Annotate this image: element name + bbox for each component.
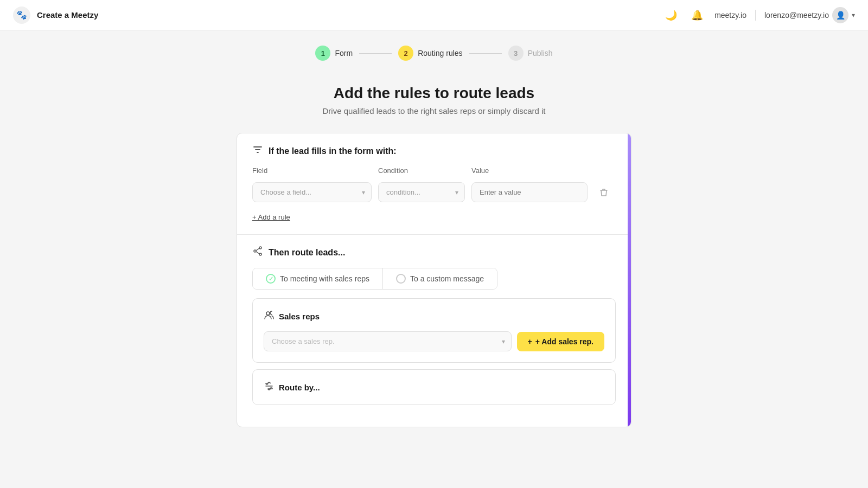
svg-point-2: [254, 250, 256, 252]
card-accent-bar: [628, 133, 631, 427]
radio-unchecked-icon: [396, 274, 406, 284]
filter-section-title: If the lead fills in the form with:: [269, 146, 397, 156]
step-2[interactable]: 2 Routing rules: [398, 46, 463, 61]
step-3-circle: 3: [508, 46, 524, 61]
route-option-message[interactable]: To a custom message: [383, 268, 497, 289]
sales-reps-header: Sales reps: [264, 310, 604, 323]
route-by-title: Route by...: [279, 383, 320, 392]
route-section-header: Then route leads...: [252, 246, 616, 259]
share-icon: [252, 246, 263, 259]
routing-card: If the lead fills in the form with: Fiel…: [237, 133, 631, 427]
header-separator: [755, 10, 756, 21]
svg-point-3: [266, 312, 270, 315]
route-options: To meeting with sales reps To a custom m…: [252, 268, 497, 290]
step-3-label: Publish: [528, 49, 553, 57]
delete-rule-button[interactable]: [594, 183, 614, 202]
value-input[interactable]: [471, 182, 588, 202]
route-by-header: Route by...: [264, 381, 604, 394]
sales-reps-icon: [264, 310, 275, 323]
condition-select-wrapper: condition...: [378, 182, 465, 202]
header-right: 🌙 🔔 meetzy.io lorenzo@meetzy.io 👤 ▾: [662, 7, 855, 24]
step-line-2: [469, 53, 502, 54]
sliders-icon: [264, 381, 275, 394]
filter-section: If the lead fills in the form with: Fiel…: [237, 133, 631, 235]
sales-reps-card: Sales reps Choose a sales rep. + + Add s…: [252, 298, 616, 363]
value-col-label: Value: [471, 166, 588, 175]
main-content: Add the rules to route leads Drive quali…: [228, 72, 640, 440]
user-email: lorenzo@meetzy.io: [764, 11, 829, 20]
stepper: 1 Form 2 Routing rules 3 Publish: [0, 30, 868, 72]
route-section: Then route leads... To meeting with sale…: [237, 235, 631, 427]
radio-checked-icon: [266, 274, 276, 284]
sales-rep-row: Choose a sales rep. + + Add sales rep.: [264, 331, 604, 351]
step-3[interactable]: 3 Publish: [508, 46, 553, 61]
add-sales-rep-label: + Add sales rep.: [535, 337, 593, 346]
condition-select[interactable]: condition...: [378, 182, 465, 202]
condition-col-label: Condition: [378, 166, 465, 175]
add-rule-button[interactable]: + Add a rule: [252, 211, 290, 223]
svg-point-0: [259, 247, 261, 249]
filter-row: Choose a field... condition...: [252, 182, 616, 202]
app-header: 🐾 Create a Meetzy 🌙 🔔 meetzy.io lorenzo@…: [0, 0, 868, 30]
field-select[interactable]: Choose a field...: [252, 182, 372, 202]
step-line-1: [359, 53, 392, 54]
svg-point-1: [259, 253, 261, 255]
filter-icon: [252, 144, 263, 158]
dark-mode-icon[interactable]: 🌙: [662, 7, 680, 24]
route-by-card: Route by...: [252, 369, 616, 405]
sales-rep-select[interactable]: Choose a sales rep.: [264, 331, 512, 351]
route-option-meeting-label: To meeting with sales reps: [280, 274, 369, 283]
notifications-icon[interactable]: 🔔: [688, 7, 706, 24]
app-title: Create a Meetzy: [37, 10, 98, 20]
avatar: 👤: [832, 7, 848, 23]
field-select-wrapper: Choose a field...: [252, 182, 372, 202]
filter-section-header: If the lead fills in the form with:: [252, 144, 616, 158]
page-heading: Add the rules to route leads Drive quali…: [237, 85, 631, 115]
user-menu[interactable]: lorenzo@meetzy.io 👤 ▾: [764, 7, 855, 23]
route-section-title: Then route leads...: [269, 248, 345, 258]
domain-link[interactable]: meetzy.io: [714, 11, 746, 20]
page-subtitle: Drive qualified leads to the right sales…: [237, 106, 631, 115]
step-2-circle: 2: [398, 46, 413, 61]
step-2-label: Routing rules: [418, 49, 463, 57]
add-sales-rep-button[interactable]: + + Add sales rep.: [517, 332, 604, 351]
chevron-down-icon: ▾: [852, 11, 855, 19]
app-logo: 🐾: [13, 7, 30, 24]
field-col-label: Field: [252, 166, 372, 175]
step-1-circle: 1: [315, 46, 330, 61]
step-1-label: Form: [335, 49, 353, 57]
sales-rep-select-wrapper: Choose a sales rep.: [264, 331, 512, 351]
plus-icon: +: [528, 337, 532, 346]
route-option-meeting[interactable]: To meeting with sales reps: [253, 268, 383, 289]
filter-column-labels: Field Condition Value: [252, 166, 616, 179]
sales-reps-title: Sales reps: [279, 312, 320, 321]
step-1[interactable]: 1 Form: [315, 46, 353, 61]
route-option-message-label: To a custom message: [410, 274, 484, 283]
page-title: Add the rules to route leads: [237, 85, 631, 102]
